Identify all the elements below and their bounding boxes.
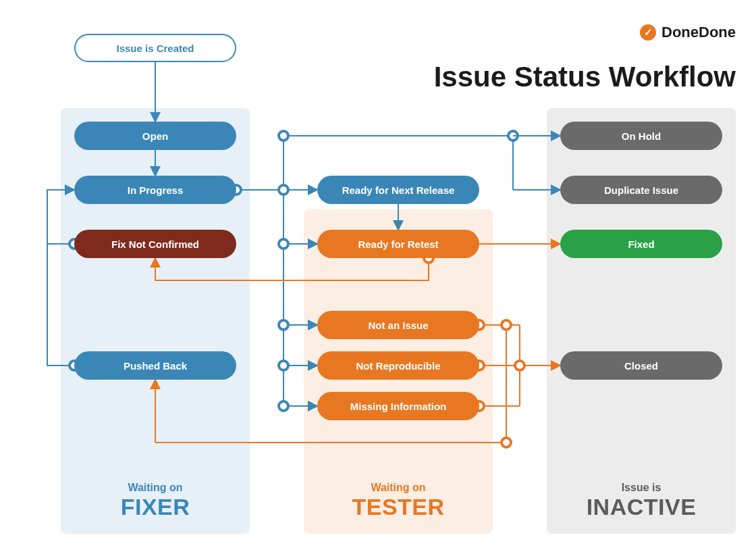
lane-fixer-label: Waiting on FIXER (61, 482, 250, 520)
lane-fixer: Waiting on FIXER (61, 108, 250, 534)
node-fixed: Fixed (560, 230, 722, 258)
lane-tester-label: Waiting on TESTER (304, 482, 493, 520)
brand-name: DoneDone (662, 24, 736, 41)
node-not-reproducible: Not Reproducible (317, 351, 479, 380)
node-duplicate: Duplicate Issue (560, 176, 722, 204)
node-missing-information: Missing Information (317, 392, 479, 420)
lane-inactive: Issue is INACTIVE (547, 108, 736, 534)
node-ready-release: Ready for Next Release (317, 176, 479, 204)
node-in-progress: In Progress (74, 176, 236, 204)
node-open: Open (74, 122, 236, 150)
node-closed: Closed (560, 351, 722, 380)
node-not-an-issue: Not an Issue (317, 311, 479, 339)
brand: ✓ DoneDone (640, 24, 736, 41)
node-pushed-back: Pushed Back (74, 351, 236, 380)
node-ready-retest: Ready for Retest (317, 230, 479, 258)
node-on-hold: On Hold (560, 122, 722, 150)
page-title: Issue Status Workflow (434, 61, 736, 93)
lane-inactive-label: Issue is INACTIVE (547, 482, 736, 520)
brand-badge-icon: ✓ (640, 24, 656, 41)
node-start: Issue is Created (74, 34, 236, 62)
node-fix-not-confirmed: Fix Not Confirmed (74, 230, 236, 258)
